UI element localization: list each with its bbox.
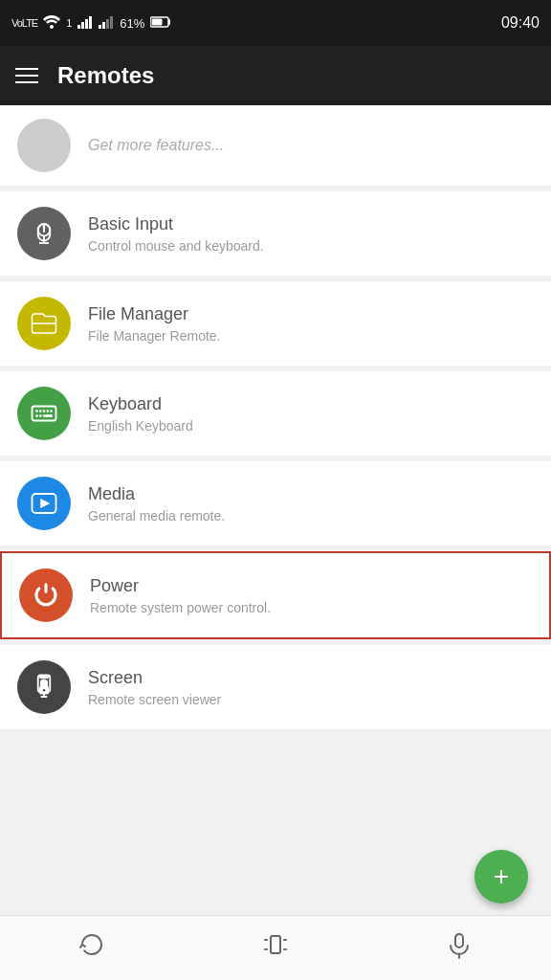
- svg-rect-18: [33, 407, 56, 421]
- partial-item-text: Get more features...: [88, 137, 224, 154]
- fab-plus-icon: +: [494, 863, 509, 890]
- list-item-power[interactable]: Power Remote system power control.: [0, 551, 551, 639]
- refresh-nav-button[interactable]: [77, 930, 106, 966]
- svg-rect-3: [85, 19, 88, 29]
- list-item-basic-input[interactable]: Basic Input Control mouse and keyboard.: [0, 191, 551, 276]
- status-left-icons: VoLTE 1 61%: [11, 15, 171, 32]
- svg-point-31: [43, 411, 45, 412]
- app-bar: Remotes: [0, 46, 551, 105]
- fab-add-button[interactable]: +: [474, 850, 528, 903]
- battery-icon: [150, 16, 171, 31]
- file-manager-title: File Manager: [88, 304, 221, 324]
- svg-rect-7: [106, 19, 109, 29]
- svg-rect-1: [77, 25, 80, 29]
- file-manager-subtitle: File Manager Remote.: [88, 328, 221, 344]
- basic-input-icon: [17, 207, 71, 260]
- media-subtitle: General media remote.: [88, 508, 225, 523]
- phone-vibrate-nav-button[interactable]: [261, 930, 290, 966]
- basic-input-title: Basic Input: [88, 214, 264, 234]
- list-item-media[interactable]: Media General media remote.: [0, 461, 551, 546]
- battery-text: 61%: [120, 16, 144, 31]
- list-item-keyboard[interactable]: Keyboard English Keyboard: [0, 371, 551, 456]
- wifi-icon: [43, 15, 60, 32]
- svg-point-0: [50, 25, 54, 29]
- svg-point-43: [43, 689, 46, 692]
- svg-rect-4: [89, 16, 92, 29]
- svg-rect-49: [455, 934, 463, 947]
- basic-input-text: Basic Input Control mouse and keyboard.: [88, 214, 264, 254]
- svg-point-34: [36, 415, 38, 417]
- svg-rect-8: [110, 16, 113, 29]
- power-text: Power Remote system power control.: [90, 576, 271, 615]
- bottom-navigation: [0, 915, 551, 980]
- keyboard-subtitle: English Keyboard: [88, 418, 193, 434]
- power-icon: [19, 568, 73, 622]
- svg-point-29: [36, 411, 38, 412]
- keyboard-text: Keyboard English Keyboard: [88, 394, 193, 434]
- screen-icon: [17, 660, 71, 714]
- file-manager-icon: [17, 297, 71, 350]
- svg-rect-44: [271, 936, 280, 953]
- file-manager-text: File Manager File Manager Remote.: [88, 304, 221, 344]
- app-title: Remotes: [57, 62, 154, 89]
- svg-rect-10: [152, 18, 163, 25]
- media-title: Media: [88, 484, 225, 504]
- svg-rect-6: [102, 22, 105, 29]
- screen-title: Screen: [88, 668, 221, 688]
- list-item-file-manager[interactable]: File Manager File Manager Remote.: [0, 281, 551, 366]
- screen-subtitle: Remote screen viewer: [88, 692, 221, 707]
- media-icon: [17, 477, 71, 530]
- sim-icon: VoLTE: [11, 17, 37, 29]
- power-title: Power: [90, 576, 271, 596]
- microphone-nav-button[interactable]: [445, 930, 474, 966]
- media-text: Media General media remote.: [88, 484, 225, 523]
- list-item-screen[interactable]: Screen Remote screen viewer: [0, 645, 551, 729]
- svg-rect-2: [81, 22, 84, 29]
- signal-bars-icon: [77, 15, 93, 32]
- basic-input-subtitle: Control mouse and keyboard.: [88, 238, 264, 254]
- signal-bars-2-icon: [99, 15, 114, 32]
- signal-1-icon: 1: [66, 17, 72, 29]
- svg-point-37: [51, 415, 53, 417]
- svg-point-35: [39, 415, 41, 417]
- keyboard-title: Keyboard: [88, 394, 193, 414]
- keyboard-icon: [17, 387, 71, 440]
- svg-marker-39: [40, 499, 50, 508]
- partial-icon: [17, 119, 71, 172]
- hamburger-menu[interactable]: [15, 68, 38, 83]
- svg-point-33: [51, 411, 53, 412]
- svg-point-32: [47, 411, 49, 412]
- status-bar: VoLTE 1 61%: [0, 0, 551, 46]
- partial-item[interactable]: Get more features...: [0, 105, 551, 186]
- status-time: 09:40: [501, 14, 540, 32]
- svg-point-36: [47, 415, 49, 417]
- svg-point-30: [39, 411, 41, 412]
- svg-rect-5: [99, 25, 101, 29]
- power-subtitle: Remote system power control.: [90, 600, 271, 615]
- screen-text: Screen Remote screen viewer: [88, 668, 221, 707]
